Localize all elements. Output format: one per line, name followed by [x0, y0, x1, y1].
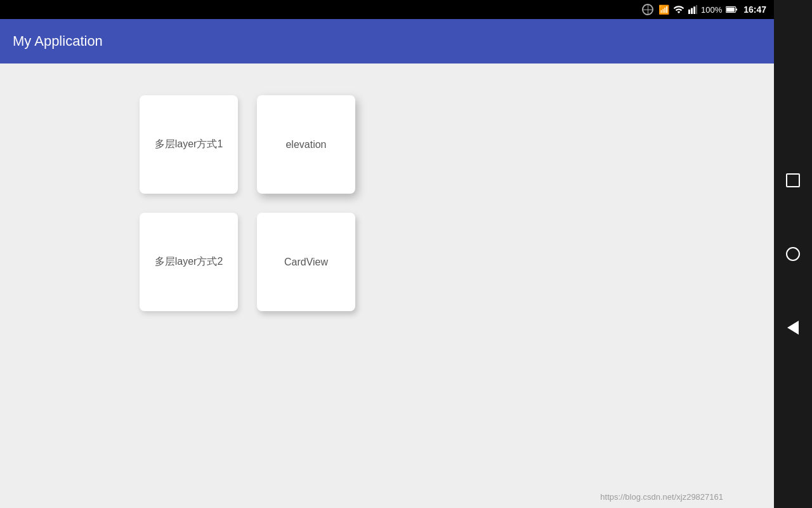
app-bar-title: My Application [13, 33, 103, 50]
signal-icon [688, 4, 697, 15]
card-layer-2[interactable]: 多层layer方式2 [140, 213, 238, 311]
content-area: 多层layer方式1 elevation 多层layer方式2 CardView… [0, 64, 774, 508]
svg-rect-2 [693, 6, 695, 14]
circle-icon [786, 247, 800, 261]
watermark: https://blog.csdn.net/xjz29827161 [600, 492, 723, 502]
card-cardview[interactable]: CardView [257, 213, 355, 311]
svg-rect-5 [726, 8, 735, 12]
card-layer-1-label: 多层layer方式1 [148, 131, 230, 157]
card-cardview-label: CardView [278, 250, 334, 274]
android-screen: 📶 100% 16:47 My Application [0, 0, 774, 508]
nav-circle-button[interactable] [782, 243, 804, 265]
card-layer-1[interactable]: 多层layer方式1 [140, 95, 238, 194]
battery-text: 100% [701, 5, 722, 15]
nav-back-button[interactable] [782, 316, 804, 339]
nav-square-button[interactable] [782, 169, 804, 192]
globe-icon [642, 4, 653, 15]
card-layer-2-label: 多层layer方式2 [148, 249, 230, 275]
status-bar: 📶 100% 16:47 [0, 0, 774, 19]
nav-bar [774, 0, 812, 508]
svg-rect-1 [691, 8, 693, 14]
back-icon [787, 321, 799, 335]
svg-rect-3 [696, 5, 697, 14]
bluetooth-icon: 📶 [658, 4, 669, 15]
square-icon [786, 173, 800, 187]
wifi-icon [673, 4, 684, 15]
svg-rect-6 [736, 9, 737, 11]
status-icons: 📶 100% 16:47 [658, 4, 766, 15]
cards-grid: 多层layer方式1 elevation 多层layer方式2 CardView [0, 64, 355, 311]
card-elevation-label: elevation [279, 133, 332, 157]
battery-icon [726, 6, 737, 13]
svg-rect-0 [688, 10, 690, 14]
card-elevation[interactable]: elevation [257, 95, 355, 194]
status-time: 16:47 [743, 4, 766, 15]
app-bar: My Application [0, 19, 774, 64]
